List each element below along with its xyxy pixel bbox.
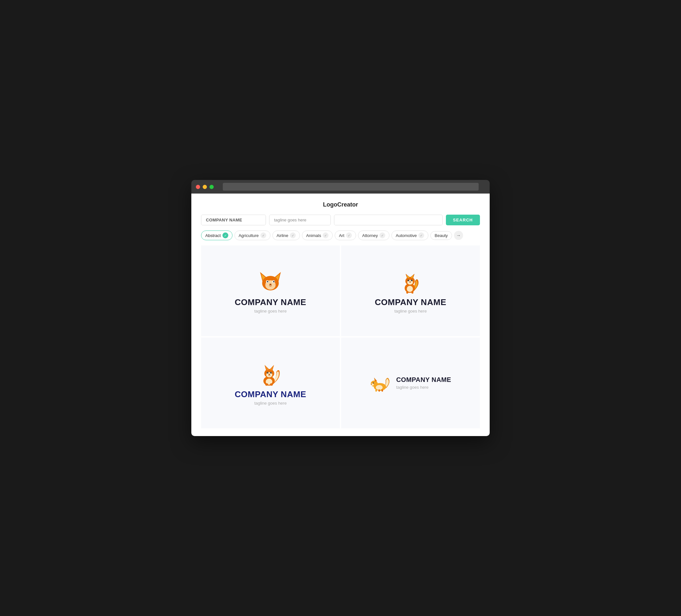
search-bar: SEARCH: [201, 215, 480, 225]
svg-point-38: [267, 372, 269, 374]
logo-card-4[interactable]: COMPANY NAME tagline goes here: [341, 337, 480, 428]
svg-point-8: [267, 281, 269, 282]
logo-1-company: COMPANY NAME: [235, 297, 306, 307]
filter-automotive[interactable]: Automotive ✓: [392, 231, 428, 240]
svg-point-51: [373, 382, 374, 384]
svg-point-46: [376, 385, 382, 390]
app-content: LogoCreator SEARCH Abstract ✓ Agricultur…: [191, 194, 490, 436]
logo-2-company: COMPANY NAME: [375, 297, 447, 307]
logo-4-tagline: tagline goes here: [396, 385, 451, 390]
tagline-input[interactable]: [269, 215, 331, 225]
filter-art-check: ✓: [346, 232, 352, 238]
filter-automotive-label: Automotive: [396, 233, 417, 238]
filter-abstract-label: Abstract: [205, 233, 221, 238]
address-bar[interactable]: [223, 183, 479, 190]
filter-airline-label: Airline: [277, 233, 288, 238]
svg-point-9: [273, 281, 275, 282]
maximize-button[interactable]: [209, 185, 214, 189]
filter-bar: Abstract ✓ Agriculture ✓ Airline ✓ Anima…: [201, 231, 480, 240]
filter-animals-check: ✓: [323, 232, 328, 238]
domain-input[interactable]: [334, 215, 443, 225]
filter-agriculture[interactable]: Agriculture ✓: [234, 231, 271, 240]
filter-beauty[interactable]: Beauty: [430, 231, 452, 240]
filter-attorney-check: ✓: [379, 232, 385, 238]
logo-card-2[interactable]: COMPANY NAME tagline goes here: [341, 246, 480, 336]
svg-point-44: [270, 383, 273, 385]
filter-next-button[interactable]: →: [454, 231, 463, 240]
fox-icon-3: [257, 360, 283, 386]
logo-1-tagline: tagline goes here: [254, 309, 287, 313]
filter-automotive-check: ✓: [418, 232, 424, 238]
svg-point-23: [408, 280, 409, 281]
filter-abstract[interactable]: Abstract ✓: [201, 231, 232, 240]
browser-titlebar: [191, 180, 490, 194]
svg-point-12: [270, 284, 272, 285]
svg-point-52: [373, 382, 374, 383]
filter-art-label: Art: [339, 233, 345, 238]
svg-rect-55: [378, 389, 380, 392]
svg-point-53: [371, 384, 372, 385]
fox-icon-2: [398, 268, 424, 294]
svg-point-11: [274, 281, 274, 282]
filter-animals-label: Animals: [306, 233, 321, 238]
filter-airline[interactable]: Airline ✓: [272, 231, 300, 240]
svg-point-13: [265, 284, 266, 285]
logo-3-company: COMPANY NAME: [235, 389, 306, 400]
fox-icon-1: [257, 268, 283, 294]
filter-attorney[interactable]: Attorney ✓: [358, 231, 389, 240]
logo-card-3[interactable]: COMPANY NAME tagline goes here: [201, 337, 340, 428]
svg-point-10: [268, 281, 268, 282]
svg-rect-29: [411, 291, 413, 293]
filter-agriculture-label: Agriculture: [239, 233, 259, 238]
filter-beauty-label: Beauty: [434, 233, 448, 238]
svg-rect-56: [381, 389, 383, 392]
minimize-button[interactable]: [203, 185, 207, 189]
close-button[interactable]: [196, 185, 200, 189]
filter-airline-check: ✓: [290, 232, 296, 238]
svg-point-24: [411, 280, 412, 281]
logo-grid: COMPANY NAME tagline goes here: [201, 246, 480, 428]
filter-animals[interactable]: Animals ✓: [302, 231, 333, 240]
svg-point-26: [412, 280, 412, 280]
logo-2-tagline: tagline goes here: [394, 309, 427, 313]
filter-art[interactable]: Art ✓: [335, 231, 356, 240]
fox-icon-4: [370, 373, 391, 393]
company-name-input[interactable]: [201, 215, 266, 225]
svg-point-27: [409, 281, 410, 283]
logo-3-tagline: tagline goes here: [254, 401, 287, 406]
svg-point-40: [268, 372, 268, 373]
svg-point-39: [270, 372, 272, 374]
browser-window: LogoCreator SEARCH Abstract ✓ Agricultur…: [191, 180, 490, 436]
svg-point-14: [275, 284, 276, 285]
svg-rect-54: [375, 389, 377, 392]
logo-4-company: COMPANY NAME: [396, 376, 451, 384]
filter-attorney-label: Attorney: [362, 233, 378, 238]
svg-point-41: [271, 372, 272, 373]
svg-point-25: [408, 280, 409, 280]
svg-point-42: [269, 374, 270, 375]
logo-card-1[interactable]: COMPANY NAME tagline goes here: [201, 246, 340, 336]
svg-point-43: [265, 383, 268, 385]
logo-4-text-block: COMPANY NAME tagline goes here: [396, 376, 451, 390]
filter-agriculture-check: ✓: [260, 232, 266, 238]
filter-abstract-check: ✓: [223, 232, 228, 238]
app-title: LogoCreator: [201, 201, 480, 208]
svg-point-16: [407, 286, 413, 292]
search-button[interactable]: SEARCH: [446, 215, 480, 225]
svg-rect-28: [406, 291, 408, 293]
